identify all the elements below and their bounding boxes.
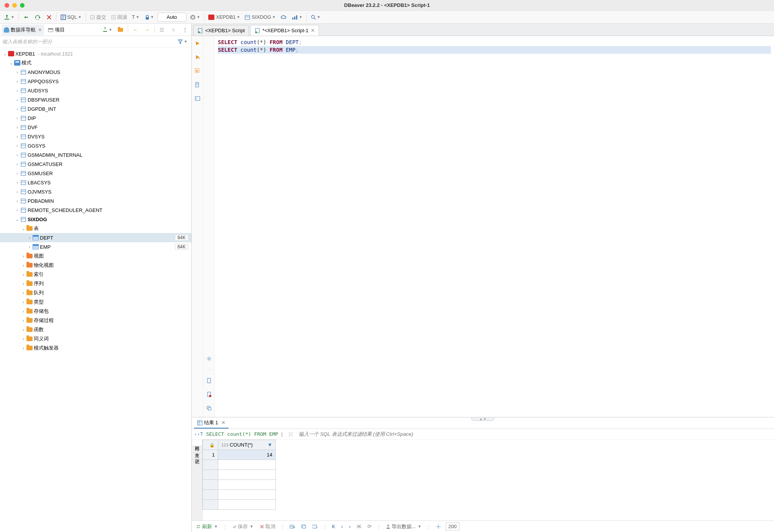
connect-button[interactable] — [21, 12, 31, 22]
schema-node[interactable]: ›GGSYS — [0, 141, 191, 150]
commit-button[interactable]: 提交 — [88, 12, 108, 22]
next-button[interactable]: → — [142, 25, 152, 35]
search-button[interactable]: ▼ — [309, 12, 322, 22]
schema-folder[interactable]: ›存储包 — [0, 307, 191, 316]
disconnect-button[interactable] — [44, 12, 54, 22]
schema-node[interactable]: ›DGPDB_INT — [0, 104, 191, 113]
minimize-window[interactable] — [12, 3, 17, 8]
sql-editor-button[interactable]: SQL▼ — [59, 12, 83, 22]
schema-folder[interactable]: ›队列 — [0, 288, 191, 297]
run-script-button[interactable]: + — [193, 52, 203, 62]
new-folder-button[interactable] — [115, 25, 125, 35]
last-page-button[interactable]: Ж — [355, 523, 363, 530]
vtab-grid[interactable]: 网格 — [192, 440, 202, 446]
first-page-button[interactable]: К — [331, 523, 337, 530]
cell-value[interactable]: 14 — [218, 450, 276, 460]
schema-node[interactable]: ›OJVMSYS — [0, 187, 191, 196]
explain-button[interactable] — [193, 80, 203, 90]
file-error-button[interactable] — [204, 389, 214, 399]
schema-node[interactable]: ›REMOTE_SCHEDULER_AGENT — [0, 205, 191, 215]
close-window[interactable] — [5, 3, 9, 8]
editor-tab-1[interactable]: <XEPDB1> Script — [193, 25, 249, 36]
schema-folder[interactable]: ›序列 — [0, 279, 191, 288]
transaction-mode-button[interactable]: T▼ — [130, 12, 141, 22]
schema-node[interactable]: ›GSMUSER — [0, 169, 191, 178]
schema-node-active[interactable]: ⌄SIXDOG — [0, 215, 191, 224]
schema-selector[interactable]: SIXDOG▼ — [243, 12, 277, 22]
prev-page-button[interactable]: ‹ — [339, 523, 344, 530]
refresh-button[interactable]: 刷新▼ — [194, 522, 219, 531]
cancel-button[interactable]: 取消 — [258, 522, 277, 531]
fetch-all-button[interactable]: ⟳ — [366, 523, 373, 530]
tab-projects[interactable]: 项目 — [46, 25, 67, 35]
close-icon[interactable]: ✕ — [311, 28, 315, 33]
history-button[interactable]: ▼ — [188, 12, 202, 22]
view-menu-button[interactable]: ⋮ — [180, 25, 190, 35]
column-header[interactable]: 123 COUNT(*) ▼ — [218, 440, 276, 450]
close-icon[interactable]: ✕ — [38, 27, 42, 33]
next-page-button[interactable]: › — [347, 523, 352, 530]
close-icon[interactable]: ✕ — [221, 420, 226, 425]
schema-node[interactable]: ›GSMCATUSER — [0, 159, 191, 169]
tree-filter-input[interactable] — [2, 39, 176, 44]
schema-node[interactable]: ›AUDSYS — [0, 86, 191, 95]
rollback-button[interactable]: 回滚 — [109, 12, 129, 22]
editor-tab-2[interactable]: *<XEPDB1> Script-1✕ — [250, 25, 319, 36]
auto-commit-selector[interactable]: Auto — [157, 13, 187, 22]
link-button[interactable] — [204, 403, 214, 413]
schema-node[interactable]: ›GSMADMIN_INTERNAL — [0, 150, 191, 159]
new-conn-tree-button[interactable]: ▼ — [101, 25, 114, 35]
schemas-node[interactable]: ⌄模式 — [0, 58, 191, 67]
export-button[interactable]: 导出数据...▼ — [384, 522, 423, 531]
schema-node[interactable]: ›PDBADMIN — [0, 196, 191, 205]
new-connection-button[interactable]: ▼ — [2, 12, 16, 22]
results-filter-input[interactable] — [299, 431, 772, 437]
schema-node[interactable]: ›APPQOSSYS — [0, 77, 191, 86]
file-button[interactable] — [204, 376, 214, 386]
sql-editor[interactable]: SELECT count(*) FROM DEPT; SELECT count(… — [215, 36, 774, 417]
schema-folder[interactable]: ›存储过程 — [0, 316, 191, 325]
schema-folder[interactable]: ›模式触发器 — [0, 343, 191, 353]
schema-node[interactable]: ›DIP — [0, 113, 191, 123]
reconnect-button[interactable] — [33, 12, 43, 22]
zoom-window[interactable] — [20, 3, 25, 8]
fetch-size[interactable]: 200 — [446, 522, 459, 530]
delete-row-button[interactable]: − — [311, 524, 319, 530]
schema-node[interactable]: ›ANONYMOUS — [0, 67, 191, 77]
settings-button[interactable] — [204, 354, 214, 364]
results-tab-1[interactable]: 结果 1✕ — [194, 418, 229, 429]
schema-folder[interactable]: ›物化视图 — [0, 261, 191, 270]
save-button[interactable]: 保存▼ — [231, 522, 255, 531]
run-button[interactable] — [193, 38, 203, 48]
cloud-button[interactable] — [279, 12, 289, 22]
duplicate-row-button[interactable] — [300, 524, 308, 530]
terminal-button[interactable] — [193, 94, 203, 103]
schema-folder[interactable]: ›同义词 — [0, 334, 191, 343]
schema-folder[interactable]: ›索引 — [0, 270, 191, 279]
row-number[interactable]: 1 — [203, 450, 218, 460]
tab-navigator[interactable]: 数据库导航 ✕ — [2, 25, 44, 35]
filter-funnel-button[interactable]: ▼ — [176, 37, 189, 47]
vtab-record[interactable]: 记录 — [192, 453, 202, 459]
prev-button[interactable]: ← — [130, 25, 140, 35]
table-node[interactable]: ›DEPT64K — [0, 233, 191, 242]
lock-button[interactable]: ▼ — [143, 12, 156, 22]
run-new-tab-button[interactable] — [193, 66, 203, 76]
db-selector[interactable]: XEPDB1▼ — [207, 12, 242, 22]
schema-node[interactable]: ›DBSFWUSER — [0, 95, 191, 104]
schema-folder[interactable]: ›类型 — [0, 297, 191, 307]
add-row-button[interactable]: + — [288, 524, 296, 530]
vtab-text[interactable]: 文本 — [192, 446, 202, 453]
expand-filter-button[interactable] — [286, 429, 296, 439]
config-button[interactable] — [434, 523, 443, 530]
collapse-all-button[interactable] — [157, 25, 167, 35]
link-editor-button[interactable] — [168, 25, 178, 35]
dashboard-button[interactable]: ▼ — [290, 12, 304, 22]
db-node[interactable]: ⌄XEPDB1 - localhost:1521 — [0, 49, 191, 58]
table-node[interactable]: ›EMP64K — [0, 242, 191, 251]
tables-folder[interactable]: ⌄表 — [0, 224, 191, 233]
schema-node[interactable]: ›LBACSYS — [0, 178, 191, 187]
schema-folder[interactable]: ›视图 — [0, 251, 191, 261]
collapse-handle[interactable]: ▲ ▼ — [471, 417, 494, 421]
schema-node[interactable]: ›DVF — [0, 123, 191, 132]
